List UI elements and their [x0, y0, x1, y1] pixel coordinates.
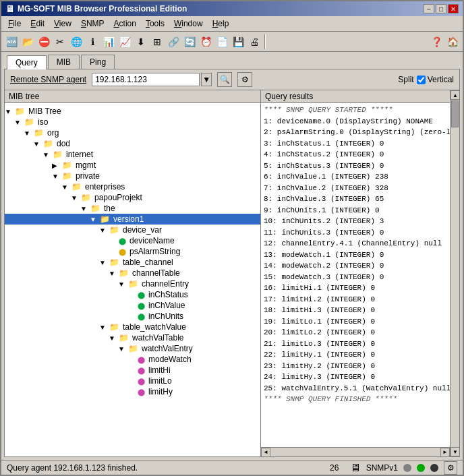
- tree-toggle-org[interactable]: ▼: [24, 129, 32, 137]
- toolbar-network[interactable]: 🔗: [166, 34, 181, 49]
- tree-node-channelEntry[interactable]: ▼📁channelEntry: [5, 278, 260, 289]
- tree-toggle-channelTable[interactable]: ▼: [109, 270, 117, 277]
- agent-config-button[interactable]: ⚙: [237, 72, 252, 87]
- minimize-button[interactable]: −: [424, 4, 434, 13]
- toolbar-print[interactable]: 🖨: [247, 34, 262, 49]
- tree-node-mgmt[interactable]: ▶📁mgmt: [5, 160, 260, 171]
- toolbar-chart[interactable]: 📈: [117, 34, 132, 49]
- tree-node-version1[interactable]: ▼📁version1: [5, 214, 260, 225]
- tree-toggle-private[interactable]: ▼: [52, 173, 60, 180]
- toolbar-help[interactable]: ❓: [429, 34, 444, 49]
- toolbar-save[interactable]: 💾: [231, 34, 245, 49]
- split-vertical-checkbox[interactable]: Vertical: [417, 75, 454, 84]
- tree-toggle-internet[interactable]: ▼: [42, 151, 51, 158]
- tree-node-watchValEntry[interactable]: ▼📁watchValEntry: [5, 343, 260, 354]
- scroll-thumb[interactable]: [451, 100, 459, 127]
- tree-label-table_watchvalue: table_watchValue: [123, 322, 186, 332]
- toolbar-open[interactable]: 📂: [20, 34, 35, 49]
- tab-ping[interactable]: Ping: [81, 55, 115, 69]
- toolbar-clock[interactable]: ⏰: [198, 34, 213, 49]
- toolbar-stop[interactable]: ⛔: [36, 34, 51, 49]
- tab-query[interactable]: Query: [7, 55, 47, 69]
- tree-toggle-device_var[interactable]: ▼: [99, 227, 107, 234]
- tree-icon-org: 📁: [34, 128, 44, 138]
- tree-label-limitHy: limitHy: [148, 387, 173, 396]
- tree-toggle-table_channel[interactable]: ▼: [99, 259, 107, 266]
- agent-input[interactable]: [92, 73, 200, 86]
- tree-node-deviceName[interactable]: ⬤deviceName: [5, 235, 260, 246]
- maximize-button[interactable]: □: [436, 4, 446, 13]
- tree-node-limitLo[interactable]: ⬤limitLo: [5, 376, 260, 386]
- menu-file[interactable]: File: [4, 18, 25, 30]
- tree-toggle-mib-tree-root[interactable]: ▼: [5, 108, 13, 115]
- result-line-11: 11: inChUnits.3 (INTEGER) 0: [264, 227, 447, 239]
- tree-node-internet[interactable]: ▼📁internet: [5, 149, 260, 160]
- tree-toggle-table_watchvalue[interactable]: ▼: [99, 324, 107, 331]
- menu-view[interactable]: View: [50, 18, 76, 30]
- tree-toggle-iso[interactable]: ▼: [14, 119, 22, 126]
- tree-icon-internet: 📁: [53, 150, 63, 159]
- tree-node-dod[interactable]: ▼📁dod: [5, 138, 260, 149]
- toolbar-doc[interactable]: 📄: [214, 34, 229, 49]
- tree-node-org[interactable]: ▼📁org: [5, 127, 260, 138]
- menu-help[interactable]: Help: [208, 18, 233, 30]
- tree-node-modeWatch[interactable]: ⬤modeWatch: [5, 354, 260, 365]
- toolbar-home[interactable]: 🏠: [445, 34, 460, 49]
- scroll-up-button[interactable]: ▲: [451, 90, 459, 100]
- menu-tools[interactable]: Tools: [142, 18, 169, 30]
- scroll-left-button[interactable]: ◄: [261, 448, 270, 457]
- tree-toggle-enterprises[interactable]: ▼: [61, 183, 69, 191]
- tree-node-watchValTable[interactable]: ▼📁watchValTable: [5, 332, 260, 343]
- agent-label: Remote SNMP agent: [10, 75, 86, 84]
- tree-node-iso[interactable]: ▼📁iso: [5, 117, 260, 127]
- tree-node-inChUnits[interactable]: ⬤inChUnits: [5, 311, 260, 322]
- tab-mib[interactable]: MIB: [48, 55, 80, 69]
- split-vertical-input[interactable]: [417, 76, 426, 84]
- main-content: Remote SNMP agent ▼ 🔍 ⚙ Split Vertical M…: [4, 69, 460, 457]
- toolbar-cut[interactable]: ✂: [53, 34, 67, 49]
- close-button[interactable]: ✕: [448, 4, 459, 13]
- tree-toggle-channelEntry[interactable]: ▼: [118, 280, 126, 288]
- h-scrollbar[interactable]: ◄ ►: [261, 447, 450, 456]
- split-area: Split Vertical: [398, 75, 454, 84]
- menu-action[interactable]: Action: [110, 18, 140, 30]
- tree-node-mib-tree-root[interactable]: ▼📁MIB Tree: [5, 106, 260, 117]
- menu-edit[interactable]: Edit: [26, 18, 49, 30]
- tree-toggle-mgmt[interactable]: ▶: [52, 162, 60, 169]
- tree-node-limitHi[interactable]: ⬤limitHi: [5, 365, 260, 376]
- tree-node-limitHy[interactable]: ⬤limitHy: [5, 386, 260, 397]
- scroll-down-button[interactable]: ▼: [451, 447, 459, 456]
- toolbar-refresh[interactable]: 🔄: [182, 34, 197, 49]
- agent-dropdown-button[interactable]: ▼: [201, 73, 212, 86]
- tree-node-inChStatus[interactable]: ⬤inChStatus: [5, 289, 260, 300]
- settings-button[interactable]: ⚙: [444, 461, 457, 475]
- tree-toggle-watchValTable[interactable]: ▼: [109, 334, 117, 342]
- tree-toggle-watchValEntry[interactable]: ▼: [118, 345, 126, 353]
- toolbar-grid[interactable]: ⊞: [150, 34, 165, 49]
- toolbar-dl[interactable]: ⬇: [134, 34, 148, 49]
- scroll-right-button[interactable]: ►: [440, 448, 450, 457]
- tree-node-the[interactable]: ▼📁the: [5, 203, 260, 214]
- tree-node-psAlarmString[interactable]: ⬤psAlarmString: [5, 246, 260, 257]
- tree-toggle-version1[interactable]: ▼: [90, 216, 98, 223]
- tree-node-table_watchvalue[interactable]: ▼📁table_watchValue: [5, 322, 260, 332]
- tree-node-inChValue[interactable]: ⬤inChValue: [5, 300, 260, 311]
- tree-node-private[interactable]: ▼📁private: [5, 171, 260, 181]
- tree-node-device_var[interactable]: ▼📁device_var: [5, 225, 260, 235]
- agent-browse-button[interactable]: 🔍: [217, 72, 232, 87]
- tree-node-channelTable[interactable]: ▼📁channelTable: [5, 268, 260, 278]
- toolbar-info[interactable]: ℹ: [85, 34, 100, 49]
- tree-icon-mgmt: 📁: [62, 160, 72, 170]
- tree-node-papouprojekt[interactable]: ▼📁papouProjekt: [5, 192, 260, 203]
- tree-toggle-the[interactable]: ▼: [80, 205, 88, 212]
- tree-toggle-papouprojekt[interactable]: ▼: [71, 194, 79, 202]
- tree-node-enterprises[interactable]: ▼📁enterprises: [5, 181, 260, 192]
- tree-toggle-dod[interactable]: ▼: [33, 140, 41, 148]
- toolbar-web[interactable]: 🌐: [69, 34, 84, 49]
- v-scrollbar[interactable]: ▲ ▼: [450, 90, 459, 456]
- tree-node-table_channel[interactable]: ▼📁table_channel: [5, 257, 260, 268]
- menu-snmp[interactable]: SNMP: [77, 18, 109, 30]
- menu-window[interactable]: Window: [170, 18, 207, 30]
- toolbar-new[interactable]: 🆕: [4, 34, 19, 49]
- toolbar-table[interactable]: 📊: [101, 34, 116, 49]
